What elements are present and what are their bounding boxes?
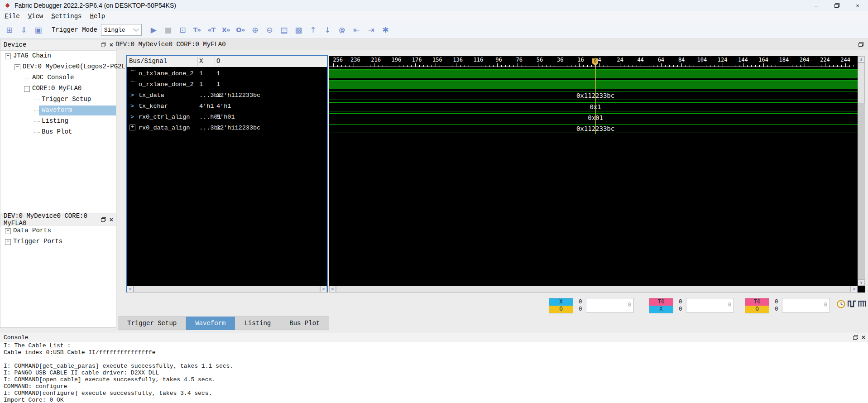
waveform-vscrollbar[interactable]: ∧∨: [858, 56, 865, 286]
signal-row-rx0-ctrl-align[interactable]: >rx0_ctrl_align...h015'h01: [127, 113, 327, 122]
expand-bus-icon[interactable]: >: [130, 92, 134, 99]
tab-bus-plot[interactable]: Bus Plot: [280, 317, 329, 330]
sidebar-item-jtag-chain[interactable]: −JTAG Chain: [0, 51, 116, 62]
sidebar-item-trigger-setup[interactable]: Trigger Setup: [0, 94, 116, 105]
goto-first-page-icon[interactable]: ⇤: [351, 25, 362, 34]
float-panel-icon[interactable]: [101, 217, 106, 222]
settings-icon[interactable]: ✱: [380, 25, 391, 34]
float-panel-icon[interactable]: [858, 42, 863, 47]
scroll-thumb[interactable]: [134, 286, 320, 293]
goto-trigger-position-icon[interactable]: T»: [192, 26, 202, 34]
export-report-icon[interactable]: ▤: [278, 25, 289, 34]
close-panel-icon[interactable]: ×: [110, 42, 113, 48]
set-trigger-position-icon[interactable]: «T: [206, 26, 217, 34]
goto-x-cursor-icon[interactable]: X»: [221, 26, 231, 34]
column-separator: [197, 57, 198, 66]
scroll-down-arrow[interactable]: ∨: [858, 279, 865, 286]
square-wave-view-icon[interactable]: [848, 300, 857, 310]
cursor-position-field[interactable]: 0: [686, 298, 734, 312]
bus-bars-view-icon[interactable]: [858, 300, 867, 310]
cursor-position-field[interactable]: 0: [782, 298, 830, 312]
signal-row-rx0-data-align[interactable]: +rx0_data_align...3bc32'h112233bc: [127, 124, 327, 133]
menu-item-file[interactable]: File: [5, 13, 20, 20]
move-signal-down-icon[interactable]: ↓: [322, 25, 333, 34]
scroll-left-arrow[interactable]: <: [127, 286, 134, 293]
sidebar-item-core-0-myfla0[interactable]: −CORE:0 MyFLA0: [0, 83, 116, 94]
tree-connector: [34, 121, 40, 122]
scroll-thumb[interactable]: [336, 286, 851, 293]
wave-row-rx0-data-align[interactable]: 0x112233bc: [329, 124, 858, 133]
tree-expander-icon[interactable]: +: [5, 239, 11, 245]
menu-item-help[interactable]: Help: [90, 13, 105, 20]
signal-hscrollbar[interactable]: <>: [127, 286, 327, 293]
console-line: [0, 356, 868, 363]
sidebar-item-waveform[interactable]: Waveform: [0, 105, 116, 116]
goto-last-page-icon[interactable]: ⇥: [365, 25, 376, 34]
sidebar-item-trigger-ports[interactable]: +Trigger Ports: [0, 236, 116, 247]
tree-expander-icon[interactable]: −: [5, 53, 11, 59]
signal-row-o-txlane-done-2[interactable]: o_txlane_done_211: [127, 69, 327, 78]
sidebar-item-listing[interactable]: Listing: [0, 116, 116, 127]
goto-o-cursor-icon[interactable]: O»: [235, 26, 246, 34]
signal-row-tx-data[interactable]: >tx_data...3bc32'h112233bc: [127, 91, 327, 100]
signal-row-tx-kchar[interactable]: >tx_kchar4'h14'h1: [127, 102, 327, 111]
zoom-fit-icon[interactable]: ▩: [293, 25, 304, 34]
add-device-icon[interactable]: ⊞: [4, 25, 14, 34]
waveform-panel[interactable]: -256-236-216-196-176-156-136-116-96-76-5…: [329, 56, 865, 293]
expand-bus-icon[interactable]: +: [129, 125, 135, 130]
ruler-major-tick: [497, 63, 498, 67]
download-bitstream-icon[interactable]: ⇓: [18, 25, 29, 34]
minimize-button[interactable]: –: [806, 0, 826, 11]
restore-button[interactable]: [826, 0, 847, 11]
tree-expander-icon[interactable]: −: [14, 64, 20, 70]
expand-bus-icon[interactable]: >: [130, 103, 134, 110]
menu-item-view[interactable]: View: [28, 13, 43, 20]
menu-item-settings[interactable]: Settings: [51, 13, 82, 20]
tab-trigger-setup[interactable]: Trigger Setup: [118, 317, 186, 330]
waveform-hscrollbar[interactable]: <>: [329, 286, 858, 293]
sidebar-item-data-ports[interactable]: +Data Ports: [0, 225, 116, 236]
tab-waveform[interactable]: Waveform: [186, 317, 235, 330]
bus-rail-bottom: [329, 111, 858, 111]
move-signal-up-icon[interactable]: ↑: [307, 25, 318, 34]
bus-rail-top: [329, 102, 858, 103]
tab-listing[interactable]: Listing: [235, 317, 280, 330]
zoom-out-icon[interactable]: ⊖: [264, 25, 275, 34]
signal-row-o-rxlane-done-2[interactable]: o_rxlane_done_211: [127, 80, 327, 89]
float-panel-icon[interactable]: [101, 43, 106, 47]
sidebar-item-adc-console[interactable]: ADC Console: [0, 72, 116, 83]
expand-bus-icon[interactable]: >: [130, 114, 134, 120]
close-button[interactable]: ×: [847, 0, 868, 11]
column-header-bus-signal: Bus/Signal: [129, 58, 167, 65]
wave-row-o-rxlane-done-2[interactable]: [329, 80, 858, 89]
tree-expander-icon[interactable]: +: [5, 228, 11, 234]
cursor-position-field[interactable]: 0: [586, 298, 634, 312]
scroll-right-arrow[interactable]: >: [851, 286, 858, 293]
close-panel-icon[interactable]: ×: [862, 335, 865, 340]
scroll-thumb[interactable]: [858, 62, 865, 103]
bus-rail-top: [329, 113, 858, 114]
scroll-up-arrow[interactable]: ∧: [858, 56, 865, 62]
float-panel-icon[interactable]: [853, 335, 858, 340]
force-trigger-icon[interactable]: ⊡: [177, 25, 188, 34]
wave-row-tx-data[interactable]: 0x112233bc: [329, 91, 858, 100]
sample-clock-icon[interactable]: [837, 300, 845, 311]
main-tab-title[interactable]: DEV:0 MyDevice0 CORE:0 MyFLA0: [115, 41, 226, 48]
sidebar-item-dev-0-mydevice0-logos2-pg2l5[interactable]: −DEV:0 MyDevice0(Logos2-PG2L5…: [0, 62, 116, 72]
close-panel-icon[interactable]: ×: [110, 217, 113, 222]
tree-expander-icon[interactable]: −: [24, 86, 30, 92]
monitor-icon[interactable]: ▣: [33, 25, 43, 34]
time-cursor-line[interactable]: [595, 67, 596, 134]
trigger-mode-select[interactable]: Single: [101, 24, 142, 36]
scroll-right-arrow[interactable]: >: [320, 286, 327, 293]
search-value-icon[interactable]: @: [336, 26, 347, 34]
wave-row-tx-kchar[interactable]: 0x1: [329, 102, 858, 111]
sidebar-item-bus-plot[interactable]: Bus Plot: [0, 127, 116, 138]
signal-table-header: Bus/SignalXO: [127, 56, 327, 67]
wave-row-o-txlane-done-2[interactable]: [329, 69, 858, 78]
wave-row-rx0-ctrl-align[interactable]: 0x01: [329, 113, 858, 122]
stop-trigger-icon[interactable]: ■: [163, 25, 173, 34]
scroll-left-arrow[interactable]: <: [329, 286, 336, 293]
zoom-in-icon[interactable]: ⊕: [249, 25, 260, 34]
run-trigger-icon[interactable]: ▶: [148, 25, 159, 34]
